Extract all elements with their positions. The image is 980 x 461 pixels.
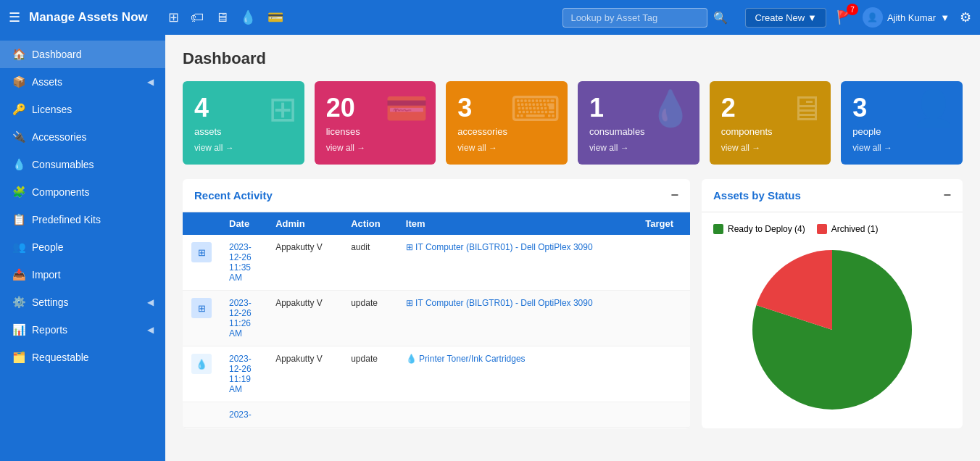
sidebar-item-components[interactable]: 🧩 Components [0, 178, 165, 206]
activity-table-wrapper: Date Admin Action Item Target ⊞ [183, 212, 690, 428]
create-new-button[interactable]: Create New ▼ [745, 8, 826, 28]
sidebar-item-licenses[interactable]: 🔑 Licenses [0, 96, 165, 123]
reports-chevron-icon: ◀ [147, 325, 154, 335]
row-admin: Appakutty V [267, 291, 342, 346]
card-icon[interactable]: 💳 [267, 9, 283, 25]
item-link[interactable]: 💧 Printer Toner/Ink Cartridges [406, 354, 526, 364]
sidebar-item-import[interactable]: 📥 Import [0, 261, 165, 288]
recent-activity-title: Recent Activity [194, 189, 273, 202]
sidebar-item-people[interactable]: 👥 People [0, 233, 165, 261]
tag-icon[interactable]: 🏷 [191, 10, 204, 25]
nav-icon-group: ⊞ 🏷 🖥 💧 💳 [168, 9, 283, 25]
hamburger-menu[interactable]: ☰ [9, 9, 20, 25]
row-asset-icon: ⊞ [191, 298, 212, 318]
pie-chart-container [713, 243, 951, 417]
bottom-section: Recent Activity − Date Admin Action Item [183, 179, 963, 428]
sidebar-item-settings[interactable]: ⚙️ Settings ◀ [0, 288, 165, 316]
row-target [636, 346, 690, 402]
dashboard-icon: 🏠 [12, 48, 26, 61]
row-item: ⊞ IT Computer (BILGTR01) - Dell OptiPlex… [397, 235, 637, 291]
stat-card-accessories[interactable]: ⌨ 3 accessories view all → [446, 81, 568, 165]
pie-legend: Ready to Deploy (4) Archived (1) [713, 224, 951, 234]
item-link[interactable]: ⊞ IT Computer (BILGTR01) - Dell OptiPlex… [406, 242, 593, 252]
legend-dot-archived [817, 224, 827, 234]
stat-cards-row: ⊞ 4 assets view all → 💳 20 licenses view… [183, 81, 963, 165]
col-item: Item [397, 212, 637, 235]
recent-activity-panel: Recent Activity − Date Admin Action Item [183, 179, 690, 428]
col-admin: Admin [267, 212, 342, 235]
recent-activity-header: Recent Activity − [183, 179, 690, 212]
assets-link[interactable]: view all → [194, 143, 293, 153]
assets-status-title: Assets by Status [713, 189, 801, 202]
sidebar-item-requestable[interactable]: 🗂️ Requestable [0, 344, 165, 371]
row-action: update [342, 346, 397, 402]
row-date: 2023-12-2611:26AM [220, 291, 267, 346]
settings-chevron-icon: ◀ [147, 297, 154, 307]
grid-icon[interactable]: ⊞ [168, 9, 179, 25]
gear-icon[interactable]: ⚙ [960, 9, 971, 25]
col-icon [183, 212, 220, 235]
stat-card-consumables[interactable]: 💧 1 consumables view all → [578, 81, 699, 165]
row-icon-cell [183, 402, 220, 428]
pie-chart-svg [745, 243, 919, 417]
search-input[interactable] [562, 8, 707, 28]
stat-card-people[interactable]: 👤 3 people view all → [841, 81, 963, 165]
people-link[interactable]: view all → [852, 143, 951, 153]
col-date: Date [220, 212, 267, 235]
item-link[interactable]: ⊞ IT Computer (BILGTR01) - Dell OptiPlex… [406, 298, 593, 308]
drop-icon[interactable]: 💧 [240, 9, 256, 25]
licenses-icon: 🔑 [12, 103, 26, 116]
item-icon: ⊞ [406, 298, 415, 308]
user-menu[interactable]: 👤 Ajith Kumar ▼ [863, 7, 950, 28]
stat-card-licenses[interactable]: 💳 20 licenses view all → [315, 81, 436, 165]
minimize-recent-activity-button[interactable]: − [670, 188, 678, 203]
stat-card-assets[interactable]: ⊞ 4 assets view all → [183, 81, 304, 165]
col-action: Action [342, 212, 397, 235]
sidebar-item-assets[interactable]: 📦 Assets ◀ [0, 68, 165, 96]
consumables-link[interactable]: view all → [589, 143, 688, 153]
minimize-status-button[interactable]: − [943, 188, 951, 203]
sidebar-item-predefined-kits[interactable]: 📋 Predefined Kits [0, 206, 165, 233]
search-icon[interactable]: 🔍 [713, 11, 728, 25]
main-content: Dashboard ⊞ 4 assets view all → 💳 20 lic… [165, 35, 980, 461]
components-icon: 🧩 [12, 186, 26, 199]
legend-label-deploy: Ready to Deploy (4) [728, 224, 805, 234]
user-name: Ajith Kumar [887, 12, 936, 23]
monitor-icon[interactable]: 🖥 [215, 10, 228, 25]
settings-icon: ⚙️ [12, 296, 26, 309]
item-icon: ⊞ [406, 242, 415, 252]
row-action [342, 402, 397, 428]
notifications-button[interactable]: 🚩 7 [836, 9, 852, 25]
card-bg-icon-assets: ⊞ [268, 88, 297, 129]
row-date: 2023-12-2611:35AM [220, 235, 267, 291]
row-date: 2023-12-2611:19AM [220, 346, 267, 402]
avatar: 👤 [863, 7, 883, 28]
row-admin [267, 402, 342, 428]
search-area: 🔍 [562, 8, 728, 28]
row-target [636, 402, 690, 428]
page-title: Dashboard [183, 49, 963, 68]
row-item: ⊞ IT Computer (BILGTR01) - Dell OptiPlex… [397, 291, 637, 346]
sidebar-item-accessories[interactable]: 🔌 Accessories [0, 123, 165, 151]
kits-icon: 📋 [12, 213, 26, 226]
sidebar-item-dashboard[interactable]: 🏠 Dashboard [0, 41, 165, 68]
card-bg-icon-components: 🖥 [789, 88, 823, 128]
sidebar-item-reports[interactable]: 📊 Reports ◀ [0, 316, 165, 344]
chevron-icon: ◀ [147, 77, 154, 87]
card-bg-icon-licenses: 💳 [385, 88, 428, 129]
legend-dot-deploy [713, 224, 723, 234]
stat-card-components[interactable]: 🖥 2 components view all → [710, 81, 831, 165]
row-item: 💧 Printer Toner/Ink Cartridges [397, 346, 637, 402]
card-bg-icon-accessories: ⌨ [510, 88, 560, 129]
activity-table: Date Admin Action Item Target ⊞ [183, 212, 690, 428]
main-layout: 🏠 Dashboard 📦 Assets ◀ 🔑 Licenses 🔌 Acce… [0, 35, 980, 461]
components-link[interactable]: view all → [721, 143, 820, 153]
row-admin: Appakutty V [267, 235, 342, 291]
accessories-link[interactable]: view all → [457, 143, 556, 153]
legend-item-archived: Archived (1) [817, 224, 879, 234]
sidebar-item-consumables[interactable]: 💧 Consumables [0, 151, 165, 178]
licenses-link[interactable]: view all → [326, 143, 425, 153]
legend-item-deploy: Ready to Deploy (4) [713, 224, 805, 234]
sidebar: 🏠 Dashboard 📦 Assets ◀ 🔑 Licenses 🔌 Acce… [0, 35, 165, 461]
user-dropdown-icon: ▼ [940, 12, 950, 23]
